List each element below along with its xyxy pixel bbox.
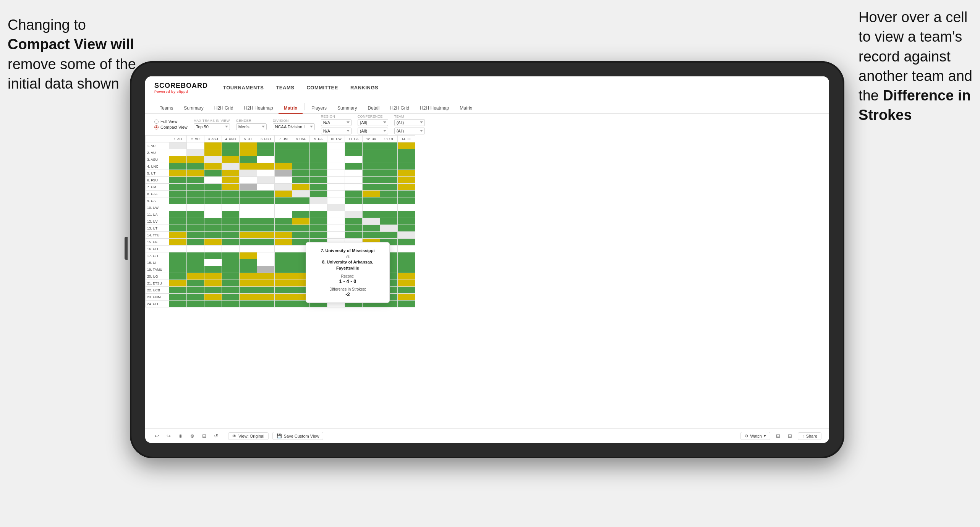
matrix-cell[interactable] xyxy=(398,301,415,307)
matrix-cell[interactable] xyxy=(327,211,345,218)
matrix-cell[interactable] xyxy=(187,273,204,280)
matrix-cell[interactable] xyxy=(292,184,310,191)
matrix-cell[interactable] xyxy=(398,156,415,163)
matrix-cell[interactable] xyxy=(310,204,327,211)
matrix-cell[interactable] xyxy=(204,273,222,280)
matrix-cell[interactable] xyxy=(169,259,187,266)
matrix-cell[interactable] xyxy=(257,259,275,266)
matrix-cell[interactable] xyxy=(222,225,240,232)
matrix-cell[interactable] xyxy=(257,301,275,307)
nav-committee[interactable]: COMMITTEE xyxy=(306,83,338,92)
matrix-cell[interactable] xyxy=(292,204,310,211)
redo-icon[interactable]: ↪ xyxy=(165,432,173,440)
matrix-cell[interactable] xyxy=(345,184,363,191)
matrix-cell[interactable] xyxy=(327,184,345,191)
matrix-cell[interactable] xyxy=(169,211,187,218)
matrix-cell[interactable] xyxy=(363,218,380,225)
matrix-cell[interactable] xyxy=(363,211,380,218)
matrix-cell[interactable] xyxy=(169,218,187,225)
matrix-cell[interactable] xyxy=(398,184,415,191)
matrix-cell[interactable] xyxy=(345,163,363,170)
matrix-cell[interactable] xyxy=(187,184,204,191)
matrix-cell[interactable] xyxy=(169,163,187,170)
compact-view-radio[interactable]: Compact View xyxy=(154,125,188,129)
layout-icon[interactable]: ⊟ xyxy=(786,432,794,440)
tab-h2h-heatmap-right[interactable]: H2H Heatmap xyxy=(415,103,454,114)
matrix-cell[interactable] xyxy=(240,170,257,177)
matrix-cell[interactable] xyxy=(204,252,222,259)
matrix-cell[interactable] xyxy=(310,170,327,177)
matrix-cell[interactable] xyxy=(169,204,187,211)
matrix-cell[interactable] xyxy=(398,177,415,184)
matrix-cell[interactable] xyxy=(240,280,257,287)
tab-h2h-grid-right[interactable]: H2H Grid xyxy=(385,103,415,114)
matrix-cell[interactable] xyxy=(204,163,222,170)
matrix-cell[interactable] xyxy=(257,280,275,287)
matrix-cell[interactable] xyxy=(204,266,222,273)
matrix-cell[interactable] xyxy=(187,149,204,156)
matrix-cell[interactable] xyxy=(398,287,415,294)
matrix-cell[interactable] xyxy=(398,280,415,287)
region-select-2[interactable]: N/A xyxy=(321,128,352,134)
matrix-cell[interactable] xyxy=(240,184,257,191)
matrix-cell[interactable] xyxy=(345,204,363,211)
matrix-cell[interactable] xyxy=(257,294,275,301)
matrix-cell[interactable] xyxy=(345,142,363,149)
grid-icon[interactable]: ⊞ xyxy=(774,432,782,440)
matrix-cell[interactable] xyxy=(187,197,204,204)
matrix-cell[interactable] xyxy=(187,156,204,163)
view-original-button[interactable]: 👁 View: Original xyxy=(228,432,269,440)
matrix-cell[interactable] xyxy=(187,211,204,218)
matrix-cell[interactable] xyxy=(222,266,240,273)
matrix-cell[interactable] xyxy=(275,211,292,218)
matrix-cell[interactable] xyxy=(275,149,292,156)
matrix-cell[interactable] xyxy=(187,177,204,184)
matrix-cell[interactable] xyxy=(275,156,292,163)
matrix-cell[interactable] xyxy=(240,273,257,280)
add-icon[interactable]: ⊕ xyxy=(177,432,185,440)
matrix-cell[interactable] xyxy=(240,232,257,239)
matrix-cell[interactable] xyxy=(363,191,380,197)
gender-select[interactable]: Men's xyxy=(236,123,267,130)
matrix-cell[interactable] xyxy=(222,294,240,301)
matrix-cell[interactable] xyxy=(204,218,222,225)
matrix-cell[interactable] xyxy=(187,280,204,287)
matrix-cell[interactable] xyxy=(345,197,363,204)
matrix-cell[interactable] xyxy=(222,163,240,170)
matrix-cell[interactable] xyxy=(310,163,327,170)
matrix-cell[interactable] xyxy=(204,211,222,218)
matrix-cell[interactable] xyxy=(222,259,240,266)
matrix-cell[interactable] xyxy=(275,259,292,266)
tab-detail[interactable]: Detail xyxy=(362,103,385,114)
matrix-cell[interactable] xyxy=(380,204,398,211)
tab-h2h-grid-left[interactable]: H2H Grid xyxy=(209,103,239,114)
nav-teams[interactable]: TEAMS xyxy=(276,83,294,92)
matrix-cell[interactable] xyxy=(257,287,275,294)
matrix-cell[interactable] xyxy=(292,225,310,232)
matrix-cell[interactable] xyxy=(240,266,257,273)
matrix-cell[interactable] xyxy=(275,218,292,225)
matrix-cell[interactable] xyxy=(257,149,275,156)
matrix-cell[interactable] xyxy=(292,191,310,197)
matrix-cell[interactable] xyxy=(169,301,187,307)
matrix-cell[interactable] xyxy=(327,170,345,177)
matrix-cell[interactable] xyxy=(363,177,380,184)
matrix-cell[interactable] xyxy=(327,156,345,163)
matrix-cell[interactable] xyxy=(327,177,345,184)
matrix-cell[interactable] xyxy=(363,184,380,191)
matrix-cell[interactable] xyxy=(363,149,380,156)
matrix-cell[interactable] xyxy=(169,280,187,287)
matrix-cell[interactable] xyxy=(257,204,275,211)
matrix-cell[interactable] xyxy=(169,266,187,273)
matrix-cell[interactable] xyxy=(327,163,345,170)
nav-tournaments[interactable]: TOURNAMENTS xyxy=(223,83,264,92)
matrix-cell[interactable] xyxy=(380,191,398,197)
matrix-cell[interactable] xyxy=(310,191,327,197)
share-button[interactable]: ↑ Share xyxy=(798,432,821,440)
conference-select-1[interactable]: (All) xyxy=(358,119,388,126)
reset-icon[interactable]: ↺ xyxy=(212,432,220,440)
matrix-cell[interactable] xyxy=(169,170,187,177)
matrix-cell[interactable] xyxy=(380,163,398,170)
matrix-cell[interactable] xyxy=(187,170,204,177)
matrix-cell[interactable] xyxy=(275,239,292,246)
